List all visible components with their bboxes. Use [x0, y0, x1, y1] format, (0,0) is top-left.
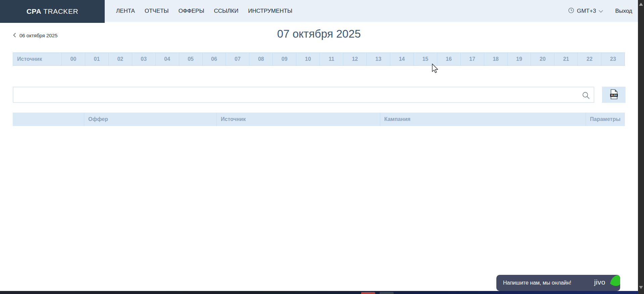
nav-right-group: GMT+3 Выход [568, 0, 632, 22]
app-logo-bold: CPA [27, 7, 41, 15]
hour-column-header[interactable]: 21 [554, 53, 578, 66]
search-input[interactable] [13, 87, 594, 102]
leaf-icon [610, 275, 620, 288]
menu-item[interactable]: ОФФЕРЫ [179, 8, 204, 14]
hour-column-header[interactable]: 17 [460, 53, 484, 66]
hour-column-header[interactable]: 02 [108, 53, 132, 66]
search-icon[interactable] [582, 91, 590, 101]
hour-column-header[interactable]: 15 [413, 53, 437, 66]
hour-column-header[interactable]: 10 [296, 53, 319, 66]
hour-column-header[interactable]: 04 [155, 53, 179, 66]
hour-column-header[interactable]: 12 [343, 53, 366, 66]
hour-column-header[interactable]: 01 [85, 53, 108, 66]
menu-item[interactable]: ССЫЛКИ [214, 8, 238, 14]
export-xlsx-button[interactable]: XLSX [602, 87, 626, 103]
menu-item[interactable]: ЛЕНТА [116, 8, 135, 14]
table-column-header[interactable]: Параметры [586, 113, 625, 126]
data-table-header: ОфферИсточникКампанияПараметры [13, 113, 625, 126]
scroll-up-arrow-icon[interactable] [639, 3, 643, 6]
hour-column-header[interactable]: 13 [366, 53, 390, 66]
vertical-scrollbar[interactable] [638, 0, 644, 294]
hour-column-header[interactable]: 06 [202, 53, 226, 66]
hour-cells: 0001020304050607080910111213141516171819… [61, 53, 625, 66]
chevron-down-icon [599, 8, 603, 14]
svg-text:XLSX: XLSX [611, 94, 617, 96]
table-column-header[interactable]: Кампания [380, 113, 586, 126]
hour-column-header[interactable]: 03 [132, 53, 155, 66]
hour-column-header[interactable]: 09 [273, 53, 296, 66]
hour-column-header[interactable]: 00 [61, 53, 85, 66]
page-title: 07 октября 2025 [0, 28, 638, 40]
menu-item[interactable]: ОТЧЕТЫ [145, 8, 169, 14]
hour-column-header[interactable]: 07 [226, 53, 249, 66]
menu-item[interactable]: ИНСТРУМЕНТЫ [248, 8, 292, 14]
background-gray-button [380, 292, 394, 294]
hour-column-header[interactable]: 14 [390, 53, 413, 66]
hour-column-header[interactable]: 08 [249, 53, 273, 66]
timezone-label: GMT+3 [577, 8, 596, 14]
hour-column-header[interactable]: 19 [507, 53, 531, 66]
hour-column-header[interactable]: 11 [319, 53, 343, 66]
hour-column-header[interactable]: 23 [601, 53, 625, 66]
jivo-logo: jivo [594, 278, 605, 286]
background-window-edge [0, 291, 644, 294]
search-box [13, 87, 594, 103]
hour-column-header[interactable]: 20 [531, 53, 554, 66]
table-column-header[interactable]: Оффер [84, 113, 216, 126]
hour-column-header[interactable]: 22 [578, 53, 601, 66]
background-red-button [361, 292, 375, 294]
table-column-header[interactable]: Источник [216, 113, 380, 126]
hours-table-header: Источник 0001020304050607080910111213141… [13, 52, 625, 66]
hours-source-header: Источник [13, 53, 61, 66]
app-logo[interactable]: CPA TRACKER [0, 0, 105, 23]
hour-column-header[interactable]: 18 [484, 53, 507, 66]
logout-link[interactable]: Выход [615, 8, 632, 14]
chat-widget[interactable]: Напишите нам, мы онлайн! jivo [496, 275, 620, 291]
xlsx-file-icon: XLSX [609, 89, 618, 100]
main-menu: ЛЕНТАОТЧЕТЫОФФЕРЫССЫЛКИИНСТРУМЕНТЫ [116, 0, 292, 22]
hour-column-header[interactable]: 16 [437, 53, 460, 66]
timezone-selector[interactable]: GMT+3 [568, 7, 603, 15]
hour-column-header[interactable]: 05 [179, 53, 202, 66]
app-logo-regular: TRACKER [43, 7, 78, 15]
clock-icon [568, 7, 574, 15]
table-column-header[interactable] [13, 113, 84, 126]
scroll-down-arrow-icon[interactable] [639, 286, 643, 289]
chat-message: Напишите нам, мы онлайн! [503, 280, 571, 286]
